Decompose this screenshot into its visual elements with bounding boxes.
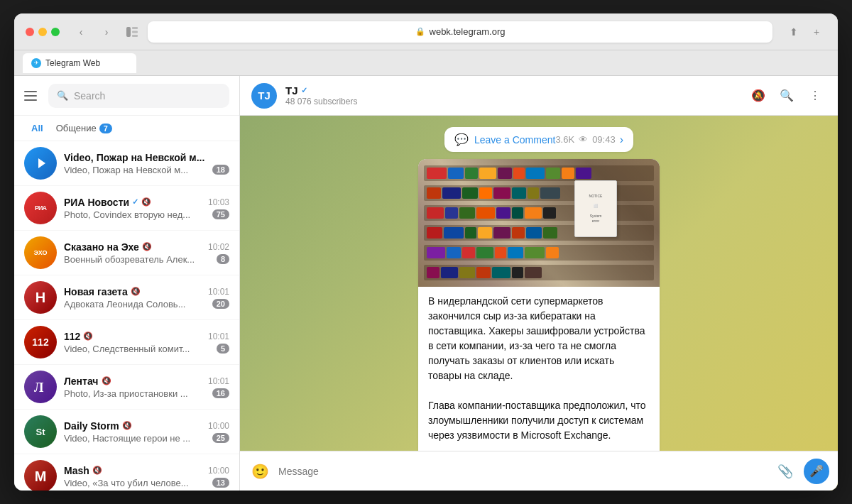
avatar — [24, 147, 57, 180]
more-options-button[interactable]: ⋮ — [804, 84, 826, 107]
chat-info: Сказано на Эхе 🔇 10:02 Военный обозреват… — [64, 241, 229, 265]
chat-header-name: TJ ✓ — [285, 84, 738, 97]
chat-preview: Военный обозреватель Алек... 8 — [64, 254, 229, 265]
group-badge: 7 — [99, 124, 112, 133]
avatar: РИА — [24, 192, 57, 224]
chat-time: 10:01 — [208, 287, 229, 297]
chat-preview: Photo, Из-за приостановки ... 16 — [64, 388, 229, 399]
chat-info: 112 🔇 10:01 Video, Следственный комит...… — [64, 331, 229, 354]
unread-badge: 13 — [212, 478, 229, 488]
chat-time: 10:01 — [208, 376, 229, 386]
share-icon[interactable]: ⬆ — [784, 22, 804, 42]
shelf-photo: NOTICE⬜Systemerror — [418, 159, 660, 287]
chat-name: Video, Пожар на Невской м... — [64, 152, 204, 163]
chat-name: Сказано на Эхе 🔇 — [64, 241, 152, 253]
subscribers-count: 48 076 subscribers — [285, 97, 738, 106]
messages-area: 💬 Leave a Comment 3.6K 👁 09:43 › — [240, 116, 838, 451]
sidebar-toggle-icon[interactable] — [122, 22, 142, 42]
svg-marker-4 — [38, 158, 45, 168]
svg-text:Л: Л — [34, 380, 44, 395]
eye-icon: 👁 — [579, 134, 588, 145]
active-tab[interactable]: ✈ Telegram Web — [23, 53, 136, 73]
chat-name: Daily Storm 🔇 — [64, 420, 132, 432]
back-button[interactable]: ‹ — [71, 22, 91, 42]
close-button[interactable] — [26, 28, 34, 36]
top-time: 09:43 — [592, 134, 616, 145]
message-paragraph-1: В нидерландской сети супермаркетов закон… — [428, 294, 650, 383]
list-item[interactable]: 112 112 🔇 10:01 Video, Следственный коми… — [14, 320, 239, 365]
search-bar[interactable]: 🔍 Search — [48, 84, 229, 108]
message-paragraph-2: Глава компании-поставщика предположил, ч… — [428, 398, 650, 443]
list-item[interactable]: Л Лентач 🔇 10:01 Photo, Из-за приостанов… — [14, 365, 239, 410]
chat-header-actions: 🔕 🔍 ⋮ — [747, 84, 826, 107]
avatar: St — [24, 415, 57, 448]
forward-button[interactable]: › — [97, 22, 116, 42]
list-item[interactable]: St Daily Storm 🔇 10:00 Video, Настоящие … — [14, 410, 239, 454]
chat-name: Mash 🔇 — [64, 465, 102, 476]
avatar: M — [24, 460, 57, 491]
top-views: 3.6K — [555, 134, 574, 145]
comment-bubble-icon: 💬 — [454, 133, 469, 146]
search-messages-button[interactable]: 🔍 — [775, 84, 798, 107]
list-item[interactable]: Н Новая газета 🔇 10:01 Адвоката Леонида … — [14, 275, 239, 320]
chat-time: 10:01 — [208, 332, 229, 341]
filter-tabs: All Общение 7 — [14, 116, 239, 141]
sidebar-header: 🔍 Search — [14, 76, 239, 116]
chat-info: Новая газета 🔇 10:01 Адвоката Леонида Со… — [64, 286, 229, 309]
chevron-right-icon: › — [620, 133, 623, 146]
minimize-button[interactable] — [38, 28, 47, 36]
input-area: 🙂 📎 🎤 — [240, 451, 838, 491]
filter-all[interactable]: All — [24, 120, 50, 136]
mute-button[interactable]: 🔕 — [747, 84, 770, 107]
lock-icon: 🔒 — [415, 27, 425, 36]
tab-bar: ✈ Telegram Web — [14, 50, 838, 76]
list-item[interactable]: РИА РИА Новости ✓🔇 10:03 Photo, Covindex… — [14, 186, 239, 231]
chat-name: 112 🔇 — [64, 331, 93, 342]
chat-info: Daily Storm 🔇 10:00 Video, Настоящие гер… — [64, 420, 229, 444]
main-chat: TJ TJ ✓ 48 076 subscribers 🔕 🔍 ⋮ — [240, 76, 838, 491]
chat-info: РИА Новости ✓🔇 10:03 Photo, Covindex вто… — [64, 197, 229, 220]
search-icon: 🔍 — [57, 90, 68, 101]
unread-badge: 20 — [212, 299, 229, 309]
list-item[interactable]: Video, Пожар на Невской м... Video, Пожа… — [14, 141, 239, 186]
chat-info: Лентач 🔇 10:01 Photo, Из-за приостановки… — [64, 376, 229, 399]
top-leave-comment[interactable]: 💬 Leave a Comment 3.6K 👁 09:43 › — [444, 127, 633, 152]
browser-window: ‹ › 🔒 webk.telegram.org ⬆ + ✈ Telegram W… — [14, 13, 838, 491]
filter-group[interactable]: Общение 7 — [56, 123, 112, 133]
address-bar[interactable]: 🔒 webk.telegram.org — [148, 21, 772, 43]
chat-time: 10:03 — [208, 197, 229, 207]
list-item[interactable]: ЭХО Сказано на Эхе 🔇 10:02 Военный обозр… — [14, 231, 239, 275]
chat-preview: Video, Настоящие герои не ... 25 — [64, 433, 229, 444]
address-bar-wrapper: 🔒 webk.telegram.org — [148, 21, 772, 43]
voice-button[interactable]: 🎤 — [804, 459, 829, 484]
list-item[interactable]: M Mash 🔇 10:00 Video, «За что убил челов… — [14, 454, 239, 491]
attach-button[interactable]: 📎 — [774, 460, 797, 483]
message-image: NOTICE⬜Systemerror — [418, 159, 660, 287]
message-input[interactable] — [278, 459, 767, 484]
menu-icon[interactable] — [24, 87, 41, 104]
add-tab-icon[interactable]: + — [807, 22, 826, 42]
chat-info: Mash 🔇 10:00 Video, «За что убил челове.… — [64, 465, 229, 488]
chat-name: РИА Новости ✓🔇 — [64, 197, 151, 208]
sidebar: 🔍 Search All Общение 7 — [14, 76, 240, 491]
emoji-button[interactable]: 🙂 — [248, 460, 271, 483]
unread-badge: 75 — [212, 209, 229, 219]
message-bubble: NOTICE⬜Systemerror В нидерландской сети … — [418, 159, 660, 451]
svg-rect-2 — [132, 31, 138, 33]
chat-header-info: TJ ✓ 48 076 subscribers — [285, 84, 738, 106]
chat-time: 10:00 — [208, 421, 229, 431]
traffic-lights — [26, 28, 60, 36]
maximize-button[interactable] — [51, 28, 60, 36]
message-link-area[interactable]: https://tjournal.ru/tech/367662 — [418, 450, 660, 451]
unread-badge: 8 — [217, 254, 229, 264]
telegram-favicon: ✈ — [31, 58, 41, 68]
chat-header: TJ TJ ✓ 48 076 subscribers 🔕 🔍 ⋮ — [240, 76, 838, 116]
chat-preview: Video, «За что убил челове... 13 — [64, 478, 229, 488]
verified-icon: ✓ — [301, 86, 307, 95]
avatar: Н — [24, 281, 57, 314]
url-text: webk.telegram.org — [430, 26, 506, 37]
app-content: 🔍 Search All Общение 7 — [14, 76, 838, 491]
unread-badge: 18 — [212, 165, 229, 175]
chat-preview: Video, Пожар на Невской м... 18 — [64, 165, 229, 175]
svg-rect-0 — [126, 27, 131, 37]
